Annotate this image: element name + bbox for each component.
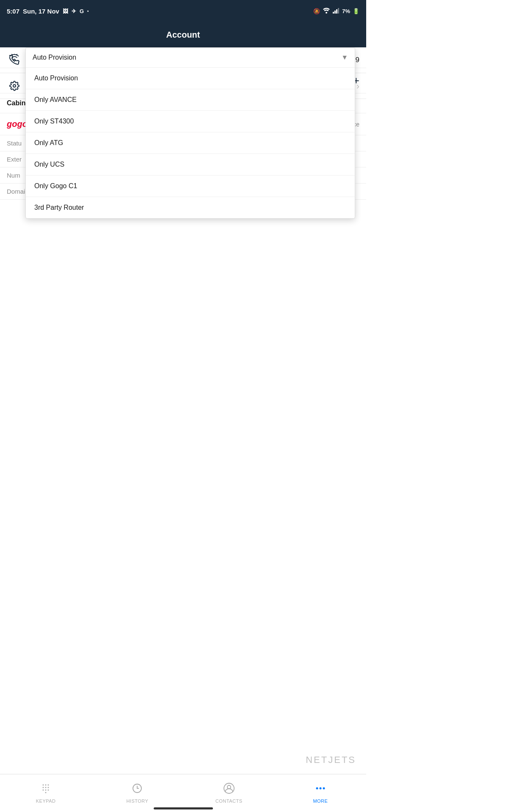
dropdown-item-only-avance[interactable]: Only AVANCE <box>26 89 355 111</box>
dropdown-item-only-gogo-c1[interactable]: Only Gogo C1 <box>26 176 355 197</box>
more-icon <box>315 783 326 797</box>
svg-point-18 <box>227 785 231 789</box>
svg-point-14 <box>45 790 47 791</box>
battery-text: 7% <box>342 8 350 14</box>
mute-icon: 🔕 <box>313 8 320 14</box>
dropdown-selected-label: Auto Provision <box>33 54 76 61</box>
battery-icon: 🔋 <box>353 8 359 14</box>
status-bar: 5:07 Sun, 17 Nov 🖼 ✈ G • 🔕 7% 🔋 <box>0 0 366 22</box>
contacts-icon <box>224 783 235 797</box>
keypad-icon <box>40 783 51 797</box>
svg-rect-2 <box>334 11 336 14</box>
svg-point-13 <box>43 790 44 791</box>
history-label: HISTORY <box>126 798 148 804</box>
nav-item-contacts[interactable]: CONTACTS <box>183 779 275 808</box>
wifi-icon <box>323 8 330 15</box>
dot-indicator: • <box>87 9 89 14</box>
svg-point-8 <box>45 785 47 786</box>
svg-point-7 <box>43 785 44 786</box>
more-label: MORE <box>313 798 328 804</box>
svg-point-12 <box>48 787 49 788</box>
signal-bars-icon <box>333 8 340 15</box>
nav-item-more[interactable]: MORE <box>275 779 366 808</box>
svg-point-9 <box>48 785 49 786</box>
dropdown-header[interactable]: Auto Provision ▼ <box>26 48 355 68</box>
dropdown-item-only-ucs[interactable]: Only UCS <box>26 154 355 176</box>
nav-item-history[interactable]: HISTORY <box>91 779 183 808</box>
history-icon <box>132 783 143 797</box>
svg-point-0 <box>326 12 327 14</box>
keypad-label: KEYPAD <box>36 798 56 804</box>
status-left: 5:07 Sun, 17 Nov 🖼 ✈ G • <box>7 8 89 15</box>
svg-point-21 <box>319 787 321 790</box>
page-title: Account <box>166 30 200 40</box>
svg-point-15 <box>48 790 49 791</box>
svg-point-16 <box>45 792 47 793</box>
dropdown-chevron-icon: ▼ <box>341 54 348 61</box>
svg-point-22 <box>323 787 325 790</box>
svg-point-11 <box>45 787 47 788</box>
contacts-label: CONTACTS <box>215 798 243 804</box>
svg-point-10 <box>43 787 44 788</box>
dropdown-item-3rd-party-router[interactable]: 3rd Party Router <box>26 197 355 218</box>
g-icon: G <box>80 8 84 14</box>
svg-point-20 <box>316 787 318 790</box>
svg-point-19 <box>224 783 234 793</box>
dropdown-item-auto-provision[interactable]: Auto Provision <box>26 68 355 89</box>
date: Sun, 17 Nov <box>23 8 59 15</box>
netjets-logo: NETJETS <box>306 754 356 765</box>
media-icon: 🖼 <box>63 8 68 14</box>
home-indicator <box>154 807 213 809</box>
nav-item-keypad[interactable]: KEYPAD <box>0 779 91 808</box>
svg-rect-4 <box>338 8 339 14</box>
dropdown-item-only-atg[interactable]: Only ATG <box>26 132 355 154</box>
svg-rect-1 <box>333 12 334 14</box>
bottom-navigation: KEYPAD HISTORY CONTACTS <box>0 774 366 812</box>
status-right: 🔕 7% 🔋 <box>313 8 359 15</box>
app-header: Account <box>0 22 366 47</box>
time: 5:07 <box>7 8 19 15</box>
wifi-settings-icon <box>7 53 22 62</box>
svg-rect-3 <box>336 9 337 14</box>
auto-provision-dropdown: Auto Provision ▼ Auto Provision Only AVA… <box>25 47 355 219</box>
plane-icon: ✈ <box>72 8 76 14</box>
dropdown-item-only-st4300[interactable]: Only ST4300 <box>26 111 355 132</box>
